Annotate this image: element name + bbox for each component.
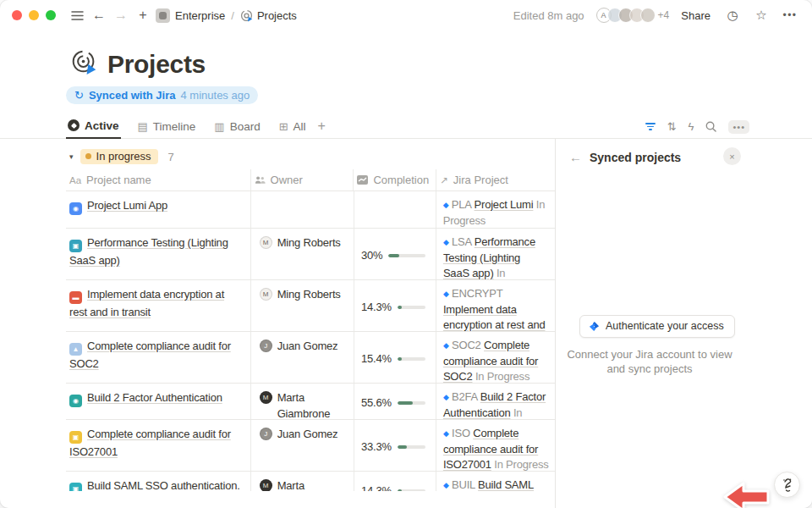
projects-table: ▾ In progress 7 Aa Project name Owner: [0, 139, 556, 491]
owner-cell[interactable]: J Juan Gomez: [251, 420, 354, 471]
project-icon: ▣: [69, 431, 82, 444]
authenticate-access-button[interactable]: Authenticate your access: [579, 315, 735, 338]
collaborator-avatars[interactable]: A +4: [596, 8, 670, 23]
project-name-cell[interactable]: ◉Project Lumi App: [66, 191, 251, 228]
tab-board[interactable]: ▥ Board: [212, 114, 261, 139]
breadcrumb: Enterprise / Projects: [175, 9, 297, 22]
owner-cell[interactable]: M Marta Giambrone: [251, 384, 354, 419]
completion-cell[interactable]: 55.6%: [354, 384, 436, 419]
owner-cell[interactable]: J Juan Gomez: [251, 332, 354, 383]
progress-bar: [398, 306, 425, 309]
avatar: M: [260, 288, 272, 301]
owner-cell[interactable]: M Ming Roberts: [251, 280, 354, 331]
table-header-row: Aa Project name Owner Completion ↗ Jira …: [66, 169, 556, 191]
forward-icon[interactable]: →: [110, 4, 132, 26]
sync-icon: ↻: [74, 89, 84, 102]
history-clock-icon[interactable]: ◷: [722, 8, 743, 23]
active-view-icon: [68, 119, 80, 131]
breadcrumb-workspace[interactable]: Enterprise: [175, 9, 225, 22]
titlebar: ← → + Enterprise / Projects Edited 8m ag…: [0, 0, 812, 30]
table-row[interactable]: ▲Complete compliance audit for SOC2 J Ju…: [66, 332, 556, 384]
panel-description: Connect your Jira account to view and sy…: [561, 347, 738, 376]
jira-logo-icon: [589, 321, 600, 332]
tab-label: Timeline: [153, 120, 196, 133]
close-window-button[interactable]: [12, 10, 22, 20]
zoom-window-button[interactable]: [46, 10, 56, 20]
completion-cell[interactable]: [354, 191, 436, 228]
table-row[interactable]: ▣Build SAML SSO authentication. M Marta …: [66, 472, 556, 491]
table-row[interactable]: ◉Project Lumi App ◆ PLA Project Lumi In …: [66, 191, 556, 229]
red-arrow-annotation: [721, 480, 771, 508]
project-name-cell[interactable]: ▣Performance Testing (Lighting SaaS app): [66, 229, 251, 279]
table-row[interactable]: ▬Implement data encryption at rest and i…: [66, 280, 556, 332]
project-icon: ▣: [69, 240, 82, 252]
table-row[interactable]: ◉Build 2 Factor Authentication M Marta G…: [66, 384, 556, 420]
tab-timeline[interactable]: ▤ Timeline: [136, 114, 198, 139]
progress-bar: [398, 489, 425, 491]
tab-label: Active: [85, 119, 119, 132]
back-icon[interactable]: ←: [88, 4, 110, 26]
project-name-cell[interactable]: ▣Complete compliance audit for ISO27001: [66, 420, 251, 471]
progress-bar: [398, 401, 425, 405]
minimize-window-button[interactable]: [29, 10, 39, 20]
project-name-cell[interactable]: ◉Build 2 Factor Authentication: [66, 384, 251, 419]
table-row[interactable]: ▣Complete compliance audit for ISO27001 …: [66, 420, 556, 472]
breadcrumb-separator: /: [231, 9, 234, 22]
column-header-owner[interactable]: Owner: [251, 169, 354, 190]
tab-active[interactable]: Active: [66, 114, 121, 139]
jira-project-cell[interactable]: ◆ ENCRYPT Implement data encryption at r…: [436, 280, 556, 331]
completion-cell[interactable]: 33.3%: [354, 420, 436, 471]
collapse-triangle-icon[interactable]: ▾: [69, 152, 74, 161]
breadcrumb-page[interactable]: Projects: [257, 9, 297, 22]
page-header: Projects ↻ Synced with Jira 4 minutes ag…: [0, 30, 812, 114]
edited-timestamp: Edited 8m ago: [513, 9, 584, 22]
view-more-icon[interactable]: •••: [728, 120, 749, 134]
sync-status-badge[interactable]: ↻ Synced with Jira 4 minutes ago: [66, 86, 258, 104]
filter-icon[interactable]: [645, 123, 656, 130]
owner-cell[interactable]: M Ming Roberts: [251, 229, 354, 279]
add-view-button[interactable]: +: [318, 119, 326, 134]
project-icon: ▣: [69, 483, 82, 491]
close-icon[interactable]: ×: [723, 147, 741, 165]
project-name-cell[interactable]: ▲Complete compliance audit for SOC2: [66, 332, 251, 383]
column-header-completion[interactable]: Completion: [354, 169, 436, 190]
project-name-cell[interactable]: ▬Implement data encryption at rest and i…: [66, 280, 251, 331]
new-page-icon[interactable]: +: [132, 4, 154, 26]
avatar: J: [260, 428, 272, 440]
ai-assistant-button[interactable]: [774, 472, 800, 498]
jira-project-cell[interactable]: ◆ SOC2 Complete compliance audit for SOC…: [436, 332, 556, 383]
chart-icon: [357, 175, 368, 185]
project-name-cell[interactable]: ▣Build SAML SSO authentication.: [66, 472, 251, 491]
app-window: ← → + Enterprise / Projects Edited 8m ag…: [0, 0, 812, 508]
jira-project-cell[interactable]: ◆ BUIL Build SAML SSO authentication. In…: [436, 472, 556, 491]
completion-cell[interactable]: 30%: [354, 229, 436, 279]
jira-project-cell[interactable]: ◆ ISO Complete compliance audit for ISO2…: [436, 420, 556, 471]
page-title: Projects: [107, 50, 206, 79]
jira-project-cell[interactable]: ◆ PLA Project Lumi In Progress: [436, 191, 556, 228]
panel-back-icon[interactable]: ←: [569, 150, 582, 164]
tab-all[interactable]: ⊞ All: [277, 114, 308, 139]
share-button[interactable]: Share: [678, 8, 714, 24]
completion-cell[interactable]: 14.3%: [354, 472, 436, 491]
column-header-project-name[interactable]: Aa Project name: [66, 169, 251, 190]
avatar: J: [260, 340, 272, 352]
favorite-star-icon[interactable]: ☆: [751, 8, 771, 23]
owner-cell[interactable]: M Marta Giambrone: [251, 472, 354, 491]
ai-face-icon: [781, 478, 794, 493]
target-icon: [240, 9, 253, 22]
sidebar-toggle-icon[interactable]: [66, 4, 88, 26]
project-icon: ▲: [69, 343, 82, 356]
completion-cell[interactable]: 14.3%: [354, 280, 436, 331]
group-header[interactable]: ▾ In progress 7: [0, 139, 556, 169]
column-header-jira-project[interactable]: ↗ Jira Project: [436, 169, 556, 190]
search-icon[interactable]: [705, 121, 716, 132]
jira-diamond-icon: ◆: [443, 290, 449, 298]
automation-bolt-icon[interactable]: ϟ: [689, 120, 694, 133]
completion-cell[interactable]: 15.4%: [354, 332, 436, 383]
owner-cell[interactable]: [251, 191, 354, 228]
table-row[interactable]: ▣Performance Testing (Lighting SaaS app)…: [66, 229, 556, 280]
jira-project-cell[interactable]: ◆ B2FA Build 2 Factor Authentication In …: [436, 384, 556, 419]
jira-project-cell[interactable]: ◆ LSA Performance Testing (Lighting SaaS…: [436, 229, 556, 279]
sort-icon[interactable]: ⇅: [667, 120, 677, 133]
more-options-icon[interactable]: •••: [780, 9, 800, 21]
